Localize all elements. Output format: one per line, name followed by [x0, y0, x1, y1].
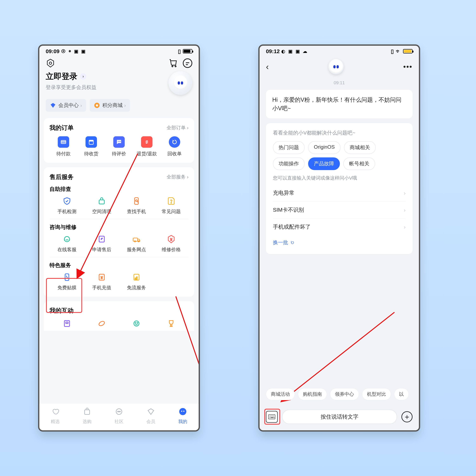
settings-hex-icon[interactable] — [46, 58, 55, 68]
quick-chip[interactable]: 以 — [394, 388, 409, 400]
svg-line-43 — [282, 312, 394, 401]
service-outlets[interactable]: 服务网点 — [119, 234, 154, 253]
status-time: 09:12 — [266, 48, 280, 54]
svg-point-38 — [119, 411, 119, 412]
quick-chip[interactable]: 机型对比 — [362, 388, 391, 400]
tab-community[interactable]: 社区 — [103, 404, 135, 430]
avatar[interactable] — [169, 71, 192, 95]
orders-more[interactable]: 全部订单 › — [167, 125, 188, 131]
interact-item-3[interactable] — [119, 319, 154, 331]
topic-pill[interactable]: 热门问题 — [273, 141, 305, 154]
svg-rect-35 — [85, 410, 90, 414]
svg-point-1 — [172, 66, 173, 67]
login-block: 立即登录 › 登录享受更多会员权益 — [39, 71, 199, 95]
tab-mine[interactable]: 我的 — [167, 404, 199, 430]
member-center-chip[interactable]: 会员中心› — [46, 99, 86, 112]
svg-point-14 — [136, 200, 137, 202]
free-film[interactable]: 免费贴膜 — [50, 272, 84, 291]
svg-point-46 — [271, 416, 272, 416]
self-check-heading: 自助排查 — [50, 186, 188, 193]
find-phone[interactable]: 查找手机 — [119, 196, 154, 215]
topic-pill[interactable]: 商城相关 — [344, 141, 376, 154]
faq[interactable]: 常见问题 — [154, 196, 188, 215]
service-title: 售后服务 — [50, 173, 74, 181]
battery-icon — [183, 49, 192, 53]
login-subtitle: 登录享受更多会员权益 — [46, 84, 169, 91]
repair-price[interactable]: 维修价格 — [154, 234, 188, 253]
svg-point-0 — [49, 62, 52, 64]
add-button[interactable]: ＋ — [401, 411, 412, 422]
svg-rect-50 — [271, 417, 273, 418]
svg-point-47 — [272, 416, 273, 416]
space-clean[interactable]: 空间清理 — [84, 196, 119, 215]
keyboard-toggle-button[interactable] — [266, 411, 278, 423]
svg-point-40 — [179, 408, 186, 415]
battery-icon — [403, 49, 412, 53]
login-title[interactable]: 立即登录 › — [46, 71, 169, 82]
svg-point-29 — [98, 321, 105, 327]
topic-pill[interactable]: 功能操作 — [273, 157, 305, 170]
svg-point-9 — [118, 141, 119, 142]
order-pending-pay[interactable]: 待付款 — [50, 136, 77, 157]
interactions-title: 我的互动 — [50, 306, 74, 315]
interact-item-4[interactable] — [154, 319, 188, 331]
service-more[interactable]: 全部服务 › — [167, 174, 188, 180]
question-row[interactable]: 手机或配件坏了› — [273, 218, 406, 235]
refresh-icon — [290, 240, 294, 245]
phone-recharge[interactable]: 手机充值 — [84, 272, 119, 291]
tab-featured[interactable]: 精选 — [39, 404, 71, 430]
top-toolbar — [39, 57, 199, 71]
tab-member[interactable]: 会员 — [135, 404, 167, 430]
apply-aftersale[interactable]: 申请售后 — [84, 234, 119, 253]
status-icons: ◐ ▣ ▣ ☁ — [281, 49, 308, 54]
hold-to-talk-button[interactable]: 按住说话转文字 — [282, 410, 397, 424]
interact-item-1[interactable] — [50, 319, 84, 331]
sim-icon: ▯ — [178, 48, 181, 54]
question-row[interactable]: SIM卡不识别› — [273, 201, 406, 218]
status-bar: 09:09 ⦿ ◉ ▣ ▣ ▯ — [39, 46, 199, 57]
chevron-right-icon: › — [80, 73, 86, 80]
free-data[interactable]: 免流服务 — [119, 272, 154, 291]
topic-pill[interactable]: OriginOS — [308, 141, 340, 154]
interact-item-2[interactable] — [84, 319, 119, 331]
tab-shop[interactable]: 选购 — [71, 404, 103, 430]
order-recycle[interactable]: 回收单 — [161, 136, 188, 157]
phone-left: 09:09 ⦿ ◉ ▣ ▣ ▯ 立即登录 › 登录享受更多会员权益 — [38, 44, 200, 432]
diamond-icon — [50, 102, 56, 108]
bottom-tabbar: 精选 选购 社区 会员 我的 — [39, 403, 199, 430]
quick-chip[interactable]: 购机指南 — [298, 388, 327, 400]
chip-label: 积分商城 — [102, 102, 123, 109]
quick-chip[interactable]: 商城活动 — [266, 388, 295, 400]
hold-label: 按住说话转文字 — [321, 413, 358, 421]
svg-rect-28 — [66, 322, 68, 323]
points-mall-chip[interactable]: 积分商城› — [90, 99, 130, 112]
order-pending-review[interactable]: 待评价 — [105, 136, 133, 157]
svg-point-2 — [175, 66, 176, 67]
chip-label: 会员中心 — [58, 102, 79, 109]
svg-rect-8 — [89, 140, 93, 141]
svg-rect-24 — [135, 278, 136, 279]
topic-pill[interactable]: 帐号相关 — [343, 157, 375, 170]
svg-rect-44 — [269, 415, 275, 419]
more-menu-icon[interactable]: ••• — [403, 63, 412, 71]
refresh-button[interactable]: 换一批 — [273, 239, 406, 246]
question-row[interactable]: 充电异常› — [273, 185, 406, 201]
quick-chip[interactable]: 领券中心 — [330, 388, 359, 400]
cart-icon[interactable] — [169, 58, 178, 68]
interactions-card: 我的互动 — [44, 301, 194, 331]
bot-avatar[interactable] — [328, 59, 344, 74]
order-pending-receive[interactable]: 待收货 — [77, 136, 105, 157]
messages-icon[interactable] — [183, 58, 192, 68]
chat-navbar: ‹ ••• — [260, 57, 419, 76]
order-refund[interactable]: 退货/退款 — [133, 136, 161, 157]
svg-point-15 — [171, 203, 171, 203]
online-service[interactable]: 在线客服 — [50, 234, 84, 253]
svg-point-30 — [134, 321, 139, 326]
phone-detect[interactable]: 手机检测 — [50, 196, 84, 215]
svg-point-37 — [118, 411, 118, 412]
chat-inputbar: 按住说话转文字 ＋ — [260, 403, 419, 430]
consult-repair-heading: 咨询与维修 — [50, 223, 188, 231]
topic-pill[interactable]: 产品故障 — [308, 157, 340, 170]
back-button[interactable]: ‹ — [266, 62, 269, 71]
login-title-text: 立即登录 — [46, 71, 77, 82]
